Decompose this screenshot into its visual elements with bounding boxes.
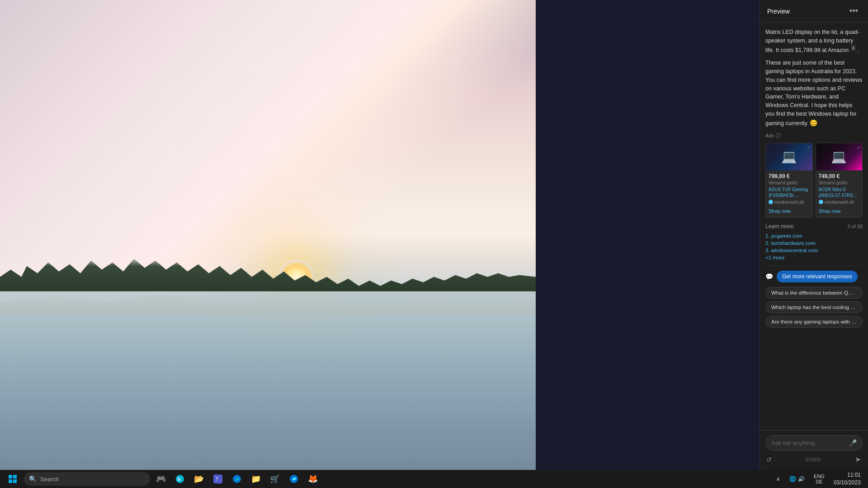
product-source-acer: mediamarkt.de <box>819 200 860 205</box>
svg-rect-0 <box>9 475 12 479</box>
taskbar-files-icon[interactable]: 📂 <box>190 472 208 486</box>
send-button[interactable]: ➤ <box>853 453 863 465</box>
product-price-asus: 799,00 € <box>769 173 810 179</box>
taskbar-search-bar[interactable]: 🔍 Search <box>24 472 150 486</box>
reference-badge: 4 <box>851 45 856 52</box>
taskbar-teams-icon[interactable]: T <box>209 472 227 486</box>
learn-more-header: Learn more: 3 of 30 <box>765 223 863 230</box>
product-shipping-acer: Versand gratis <box>819 180 860 185</box>
taskbar-search-icon: 🔍 <box>29 475 37 483</box>
clock-time: 11:01 <box>834 471 861 479</box>
divider-1 <box>765 266 863 266</box>
response-feedback-icon[interactable]: 💬 <box>765 273 773 280</box>
learn-more-label: Learn more: <box>765 223 795 230</box>
ads-info-icon[interactable]: ⓘ <box>776 132 781 139</box>
desktop-wallpaper <box>0 0 536 470</box>
product-info-acer: 749,00 € Versand gratis ACER Nitro 5 (AN… <box>816 170 863 217</box>
laptop-icon-acer: 💻 <box>831 149 847 164</box>
lang-line2: DE <box>814 479 825 484</box>
shop-now-acer[interactable]: Shop now <box>819 208 841 214</box>
taskbar-explorer-icon[interactable]: 📁 <box>247 472 265 486</box>
learn-more-links: 1. pcgamer.com 2. tomshardware.com 3. wi… <box>765 233 863 260</box>
product-name-acer[interactable]: ACER Nitro 5 (AN515-57-57R3… <box>819 187 860 198</box>
input-icons: 🎤 <box>849 439 857 446</box>
input-action-icons: ↺ <box>765 455 773 464</box>
language-indicator[interactable]: ENG DE <box>812 473 826 485</box>
system-tray-expand[interactable]: ∧ <box>774 474 782 484</box>
product-card-acer[interactable]: 💻 ⤢ 749,00 € Versand gratis ACER Nitro 5… <box>816 143 863 218</box>
product-source-asus: mediamarkt.de <box>769 200 810 205</box>
taskbar-app-icons: 🎮 b 📂 T 📁 🛒 🦊 <box>152 472 322 486</box>
svg-rect-1 <box>13 475 17 479</box>
taskbar-edge-icon[interactable] <box>228 472 246 486</box>
char-counter: 0/2000 <box>805 457 821 462</box>
product-info-asus: 799,00 € Versand gratis ASUS TUF Gaming … <box>766 170 812 217</box>
product-image-asus: 💻 ⤢ <box>766 143 812 170</box>
learn-more-link-2[interactable]: 2. tomshardware.com <box>765 240 863 246</box>
taskbar-store-icon[interactable]: 🛒 <box>266 472 284 486</box>
ask-input-box: 🎤 <box>765 435 863 450</box>
taskbar-game-icon[interactable]: 🎮 <box>152 472 170 486</box>
panel-header: Preview ••• <box>760 0 868 23</box>
taskbar-bing-icon[interactable]: b <box>171 472 189 486</box>
panel-more-button[interactable]: ••• <box>847 5 861 17</box>
refresh-icon[interactable]: ↺ <box>765 455 773 464</box>
system-tray-icons[interactable]: 🌐 🔊 <box>786 474 808 484</box>
source-icon-asus <box>769 200 773 204</box>
taskbar-edge2-icon[interactable] <box>285 472 303 486</box>
taskbar-firefox-icon[interactable]: 🦊 <box>304 472 322 486</box>
svg-rect-2 <box>9 479 12 483</box>
product-shipping-asus: Versand gratis <box>769 180 810 185</box>
ads-label: Ads <box>765 133 774 138</box>
ads-badge: Ads ⓘ <box>765 132 863 139</box>
panel-input-area: 🎤 ↺ 0/2000 ➤ <box>760 430 868 470</box>
laptop-icon-asus: 💻 <box>781 149 797 164</box>
product-image-acer: 💻 ⤢ <box>816 143 863 170</box>
trees-decoration <box>0 255 536 291</box>
taskbar: 🔍 Search 🎮 b 📂 T 📁 🛒 <box>0 470 868 488</box>
panel-title: Preview <box>767 8 790 15</box>
suggestion-chip-3[interactable]: Are there any gaming laptops with touch … <box>765 316 863 328</box>
taskbar-clock[interactable]: 11:01 03/10/2023 <box>830 470 864 488</box>
taskbar-right: ∧ 🌐 🔊 ENG DE 11:01 03/10/2023 <box>774 470 864 488</box>
emoji: 😊 <box>810 119 817 127</box>
speaker-icon: 🔊 <box>798 476 805 482</box>
svg-text:b: b <box>178 477 180 482</box>
windows-logo-icon <box>9 475 17 483</box>
page-counter: 3 of 30 <box>847 224 863 229</box>
suggestion-chip-2[interactable]: Which laptop has the best cooling system… <box>765 301 863 313</box>
response-actions: 💬 Get more relevant responses <box>765 271 863 282</box>
get-more-responses-button[interactable]: Get more relevant responses <box>777 271 858 282</box>
learn-more-more[interactable]: +1 more <box>765 255 863 260</box>
message-2: These are just some of the best gaming l… <box>765 59 863 127</box>
learn-more-link-3[interactable]: 3. windowscentral.com <box>765 248 863 253</box>
clock-date: 03/10/2023 <box>834 479 861 487</box>
learn-more-link-1[interactable]: 1. pcgamer.com <box>765 233 863 239</box>
network-icon: 🌐 <box>789 476 796 482</box>
expand-icon-acer[interactable]: ⤢ <box>857 145 860 150</box>
expand-icon-asus[interactable]: ⤢ <box>807 145 811 150</box>
suggestion-chip-1[interactable]: What is the difference between QHD and F… <box>765 287 863 299</box>
product-card-asus[interactable]: 💻 ⤢ 799,00 € Versand gratis ASUS TUF Gam… <box>765 143 813 218</box>
lang-line1: ENG <box>814 474 825 479</box>
product-price-acer: 749,00 € <box>819 173 860 179</box>
ask-input-field[interactable] <box>771 440 849 446</box>
start-button[interactable] <box>4 472 22 486</box>
product-name-asus[interactable]: ASUS TUF Gaming (FX506HCB-… <box>769 187 810 198</box>
message-1: Matrix LED display on the lid, a quad-sp… <box>765 28 863 54</box>
suggestion-chips: What is the difference between QHD and F… <box>765 287 863 328</box>
preview-panel: Preview ••• Matrix LED display on the li… <box>760 0 868 470</box>
product-cards: 💻 ⤢ 799,00 € Versand gratis ASUS TUF Gam… <box>765 143 863 218</box>
panel-content: Matrix LED display on the lid, a quad-sp… <box>760 23 868 430</box>
microphone-icon[interactable]: 🎤 <box>849 439 857 446</box>
svg-rect-3 <box>13 479 17 483</box>
source-icon-acer <box>819 200 823 204</box>
water-reflection <box>0 291 536 470</box>
svg-text:T: T <box>216 477 218 482</box>
taskbar-search-text: Search <box>40 476 59 483</box>
shop-now-asus[interactable]: Shop now <box>769 208 791 214</box>
input-bottom-bar: ↺ 0/2000 ➤ <box>765 453 863 465</box>
